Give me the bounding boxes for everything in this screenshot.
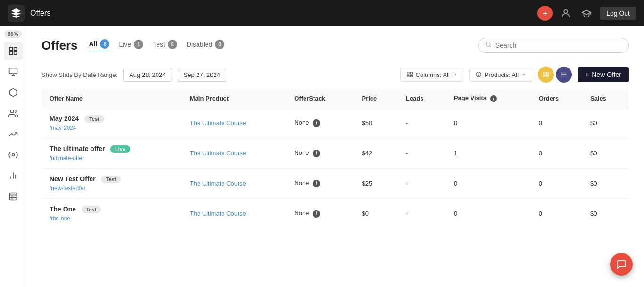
cell-product-1: The Ultimate Course [182, 138, 287, 169]
tab-live[interactable]: Live 1 [119, 40, 143, 51]
cell-leads-3: - [398, 199, 446, 229]
search-input[interactable] [495, 42, 622, 49]
cell-price-0: $50 [355, 108, 398, 138]
cell-orders-0: 0 [531, 108, 583, 138]
product-link[interactable]: The Ultimate Course [190, 119, 246, 127]
tab-all[interactable]: All 6 [89, 39, 110, 51]
sidebar-item-contacts[interactable] [4, 104, 23, 123]
svg-rect-23 [407, 75, 409, 77]
offer-slug[interactable]: /ultimate-offer [50, 155, 175, 161]
offers-heading: Offers [41, 38, 78, 53]
search-box[interactable] [478, 38, 629, 53]
col-sales: Sales [583, 89, 628, 108]
stats-label: Show Stats By Date Range: [41, 71, 117, 78]
page-title: Offers [30, 9, 532, 17]
col-offerstack: OfferStack [287, 89, 354, 108]
svg-rect-20 [407, 72, 409, 74]
test-count-badge: 5 [168, 40, 177, 49]
add-button[interactable]: + [537, 6, 553, 21]
svg-rect-4 [14, 52, 17, 55]
sidebar-item-reports[interactable] [4, 166, 23, 185]
date-start-input[interactable]: Aug 28, 2024 [123, 68, 172, 82]
cell-page-visits-1: 1 [446, 138, 531, 169]
graduation-icon[interactable] [579, 6, 594, 21]
offer-slug[interactable]: /new-test-offer [50, 185, 175, 192]
list-view-button[interactable] [556, 67, 572, 83]
new-offer-button[interactable]: + New Offer [578, 67, 629, 82]
table-row: New Test Offer Test /new-test-offer The … [42, 169, 629, 199]
cell-sales-2: $0 [583, 169, 628, 199]
table-row: May 2024 Test /may-2024 The Ultimate Cou… [42, 108, 629, 138]
live-count-badge: 1 [134, 40, 143, 49]
columns-filter-button[interactable]: Columns: All [400, 68, 463, 82]
cell-page-visits-0: 0 [446, 108, 531, 138]
products-label: Products: All [485, 71, 519, 78]
nav-actions: + Log Out [537, 6, 636, 21]
logo[interactable] [8, 5, 25, 22]
svg-line-19 [490, 46, 491, 47]
product-link[interactable]: The Ultimate Course [190, 150, 246, 157]
main-content: Offers All 6 Live 1 Test 5 Disabled 0 [26, 26, 644, 287]
offer-name-text: May 2024 [50, 115, 79, 122]
sidebar-item-table[interactable] [4, 187, 23, 206]
products-filter-button[interactable]: Products: All [469, 68, 532, 82]
toolbar: Show Stats By Date Range: Aug 28, 2024 S… [41, 59, 629, 88]
svg-point-0 [564, 10, 568, 13]
offer-slug[interactable]: /may-2024 [50, 125, 175, 131]
offerstack-info-icon[interactable]: i [313, 180, 320, 187]
date-end-input[interactable]: Sep 27, 2024 [178, 68, 226, 82]
offerstack-info-icon[interactable]: i [313, 150, 320, 157]
table-header-row: Offer Name Main Product OfferStack Price… [42, 89, 629, 108]
col-offer-name: Offer Name [42, 89, 182, 108]
offer-status-badge: Test [82, 206, 101, 213]
col-leads: Leads [398, 89, 446, 108]
svg-rect-22 [410, 75, 412, 77]
offerstack-info-icon[interactable]: i [313, 119, 320, 127]
chat-button[interactable] [610, 253, 633, 276]
col-orders: Orders [531, 89, 583, 108]
svg-rect-26 [544, 72, 545, 74]
logout-button[interactable]: Log Out [600, 7, 636, 20]
tab-test[interactable]: Test 5 [153, 40, 177, 51]
product-link[interactable]: The Ultimate Course [190, 210, 246, 217]
top-navigation: Offers + Log Out [0, 0, 644, 26]
columns-label: Columns: All [416, 71, 450, 78]
view-toggle [538, 67, 572, 83]
cell-leads-0: - [398, 108, 446, 138]
cell-product-3: The Ultimate Course [182, 199, 287, 229]
svg-point-18 [486, 42, 490, 46]
table-row: The ultimate offer Live /ultimate-offer … [42, 138, 629, 169]
sidebar-item-orders[interactable] [4, 42, 23, 60]
cell-leads-2: - [398, 169, 446, 199]
page-visits-info-icon[interactable]: i [490, 95, 497, 102]
cell-offer-name-1: The ultimate offer Live /ultimate-offer [42, 138, 182, 169]
svg-rect-28 [546, 75, 548, 77]
cell-page-visits-2: 0 [446, 169, 531, 199]
sidebar-item-products[interactable] [4, 83, 23, 102]
cell-product-0: The Ultimate Course [182, 108, 287, 138]
cell-offerstack-3: None i [287, 199, 354, 229]
sidebar-item-settings[interactable] [4, 145, 23, 164]
offer-status-badge: Test [101, 176, 121, 183]
cell-sales-1: $0 [583, 138, 628, 169]
product-link[interactable]: The Ultimate Course [190, 180, 246, 187]
cell-orders-2: 0 [531, 169, 583, 199]
user-icon[interactable] [558, 6, 573, 21]
sidebar-item-analytics[interactable] [4, 62, 23, 81]
disabled-count-badge: 0 [215, 40, 224, 49]
cell-offerstack-0: None i [287, 108, 354, 138]
search-icon [485, 41, 492, 50]
offer-slug[interactable]: /the-one [50, 215, 175, 222]
svg-rect-29 [544, 75, 545, 77]
offer-name-text: The One [50, 205, 76, 213]
cell-orders-3: 0 [531, 199, 583, 229]
offerstack-info-icon[interactable]: i [313, 210, 320, 218]
cell-sales-0: $0 [583, 108, 628, 138]
tab-disabled[interactable]: Disabled 0 [187, 40, 224, 51]
cell-product-2: The Ultimate Course [182, 169, 287, 199]
grid-view-button[interactable] [538, 67, 554, 83]
offer-status-badge: Test [84, 115, 104, 123]
cell-sales-3: $0 [583, 199, 628, 229]
sidebar-item-revenue[interactable] [4, 125, 23, 144]
svg-rect-3 [14, 48, 17, 51]
